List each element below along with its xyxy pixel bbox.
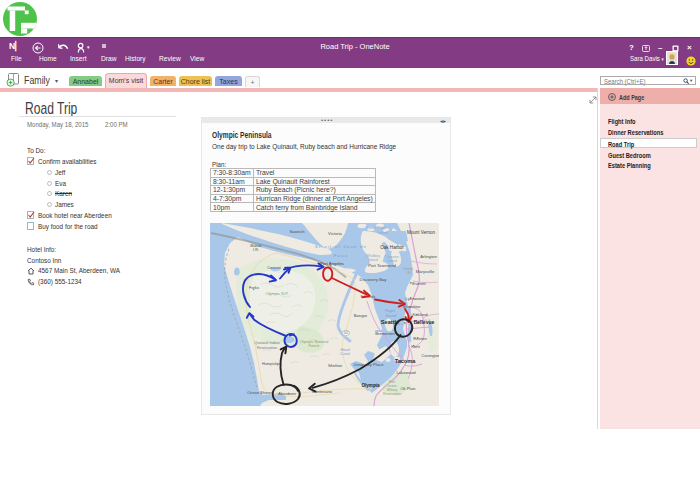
svg-text:Port Townsend: Port Townsend [368,263,396,268]
svg-text:Ok Plain: Ok Plain [400,386,415,391]
svg-text:Puget: Puget [385,309,396,313]
svg-text:Oak Harbor: Oak Harbor [380,245,404,250]
svg-text:Marysville: Marysville [416,269,435,274]
svg-text:Olympic N.P.: Olympic N.P. [266,291,289,296]
svg-text:Victoria: Victoria [328,231,343,236]
svg-text:Reservation: Reservation [257,346,277,350]
svg-text:Shelton: Shelton [328,363,343,368]
svg-text:Strait of Juan de: Strait of Juan de [315,244,367,249]
svg-text:Arlington: Arlington [420,254,437,259]
svg-text:Lynnwood: Lynnwood [406,296,426,301]
svg-text:Lakewood: Lakewood [396,370,416,375]
svg-text:Aberdeen: Aberdeen [278,391,295,396]
svg-text:Bangor: Bangor [354,313,368,318]
svg-text:Kent: Kent [411,344,420,349]
svg-text:Prairie Ridge: Prairie Ridge [366,226,387,230]
svg-text:Olympia: Olympia [361,383,380,388]
svg-text:Reservation: Reservation [383,392,401,396]
svg-text:Bellevue: Bellevue [414,319,435,325]
svg-text:Renton: Renton [413,336,427,341]
svg-text:Forest: Forest [309,344,321,348]
svg-text:Discovery Bay: Discovery Bay [360,277,388,282]
svg-text:Canal: Canal [340,352,350,356]
svg-text:Kirkland: Kirkland [412,312,428,317]
svg-text:Tacoma: Tacoma [395,358,417,364]
svg-text:Island: Island [368,258,378,262]
svg-text:Covington: Covington [422,353,439,358]
svg-text:Island: Island [378,231,388,235]
svg-text:Ocean Shores: Ocean Shores [247,390,273,395]
svg-text:Sound: Sound [386,314,398,318]
svg-text:Quinault Indian: Quinault Indian [254,341,280,345]
svg-text:Everett: Everett [412,281,426,286]
svg-text:Fuca: Fuca [334,253,349,258]
svg-text:101: 101 [344,331,349,335]
svg-text:Crescent: Crescent [267,266,281,270]
svg-text:Port Angeles: Port Angeles [320,261,344,266]
svg-text:Hood: Hood [340,348,350,352]
svg-text:Mount Vernon: Mount Vernon [407,230,436,235]
svg-text:Saanich: Saanich [289,229,305,234]
svg-text:Olympic National: Olympic National [300,340,329,344]
svg-text:Bremerton: Bremerton [375,331,395,336]
svg-text:Forks: Forks [249,285,259,290]
svg-text:Makah: Makah [250,244,261,248]
svg-text:I.R.: I.R. [253,248,259,252]
svg-text:I.R.: I.R. [406,271,412,275]
svg-text:Humptulips: Humptulips [262,362,281,366]
